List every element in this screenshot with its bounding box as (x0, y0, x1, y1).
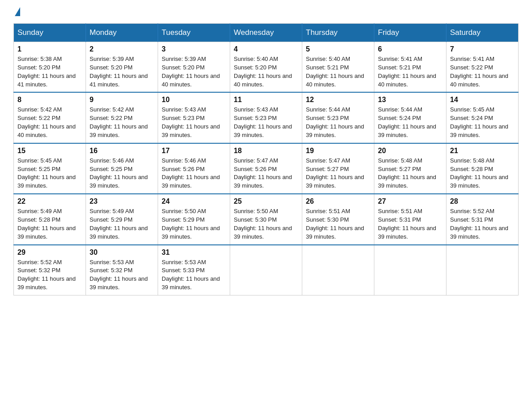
cell-info: Sunrise: 5:53 AMSunset: 5:33 PMDaylight:… (162, 258, 226, 292)
day-number: 24 (162, 197, 226, 206)
day-number: 28 (450, 197, 515, 206)
calendar-cell: 5Sunrise: 5:40 AMSunset: 5:21 PMDaylight… (302, 42, 374, 93)
days-header-row: SundayMondayTuesdayWednesdayThursdayFrid… (14, 24, 519, 42)
calendar-cell (374, 245, 446, 295)
calendar-cell: 2Sunrise: 5:39 AMSunset: 5:20 PMDaylight… (86, 42, 158, 93)
day-number: 8 (17, 96, 82, 104)
day-number: 29 (17, 248, 82, 257)
day-number: 18 (234, 147, 298, 155)
calendar-cell: 6Sunrise: 5:41 AMSunset: 5:21 PMDaylight… (374, 42, 446, 93)
day-header-friday: Friday (374, 24, 446, 42)
cell-info: Sunrise: 5:49 AMSunset: 5:29 PMDaylight:… (90, 207, 154, 241)
cell-info: Sunrise: 5:43 AMSunset: 5:23 PMDaylight:… (234, 106, 298, 139)
calendar-cell: 27Sunrise: 5:51 AMSunset: 5:31 PMDayligh… (374, 194, 446, 244)
day-number: 9 (90, 96, 154, 104)
calendar-cell: 7Sunrise: 5:41 AMSunset: 5:22 PMDaylight… (446, 42, 519, 93)
cell-info: Sunrise: 5:40 AMSunset: 5:20 PMDaylight:… (234, 55, 298, 89)
cell-info: Sunrise: 5:48 AMSunset: 5:28 PMDaylight:… (450, 157, 515, 190)
calendar-week-row: 29Sunrise: 5:52 AMSunset: 5:32 PMDayligh… (14, 245, 519, 295)
cell-info: Sunrise: 5:45 AMSunset: 5:24 PMDaylight:… (450, 106, 515, 139)
day-number: 19 (306, 147, 370, 155)
calendar-cell: 15Sunrise: 5:45 AMSunset: 5:25 PMDayligh… (14, 143, 86, 194)
cell-info: Sunrise: 5:53 AMSunset: 5:32 PMDaylight:… (90, 258, 154, 292)
day-number: 7 (450, 45, 515, 53)
calendar-cell: 18Sunrise: 5:47 AMSunset: 5:26 PMDayligh… (230, 143, 302, 194)
day-number: 5 (306, 45, 370, 53)
calendar-week-row: 1Sunrise: 5:38 AMSunset: 5:20 PMDaylight… (14, 42, 519, 93)
cell-info: Sunrise: 5:43 AMSunset: 5:23 PMDaylight:… (162, 106, 226, 139)
day-number: 25 (234, 197, 298, 206)
day-number: 17 (162, 147, 226, 155)
cell-info: Sunrise: 5:50 AMSunset: 5:30 PMDaylight:… (234, 207, 298, 241)
calendar-cell: 16Sunrise: 5:46 AMSunset: 5:25 PMDayligh… (86, 143, 158, 194)
cell-info: Sunrise: 5:46 AMSunset: 5:26 PMDaylight:… (162, 157, 226, 190)
cell-info: Sunrise: 5:45 AMSunset: 5:25 PMDaylight:… (17, 157, 82, 190)
calendar-cell: 13Sunrise: 5:44 AMSunset: 5:24 PMDayligh… (374, 92, 446, 143)
day-number: 3 (162, 45, 226, 53)
calendar-cell: 21Sunrise: 5:48 AMSunset: 5:28 PMDayligh… (446, 143, 519, 194)
calendar-cell: 14Sunrise: 5:45 AMSunset: 5:24 PMDayligh… (446, 92, 519, 143)
calendar-week-row: 15Sunrise: 5:45 AMSunset: 5:25 PMDayligh… (14, 143, 519, 194)
calendar-cell: 1Sunrise: 5:38 AMSunset: 5:20 PMDaylight… (14, 42, 86, 93)
calendar-cell: 23Sunrise: 5:49 AMSunset: 5:29 PMDayligh… (86, 194, 158, 244)
cell-info: Sunrise: 5:52 AMSunset: 5:32 PMDaylight:… (17, 258, 82, 292)
cell-info: Sunrise: 5:39 AMSunset: 5:20 PMDaylight:… (90, 55, 154, 89)
day-number: 22 (17, 197, 82, 206)
cell-info: Sunrise: 5:42 AMSunset: 5:22 PMDaylight:… (90, 106, 154, 139)
day-number: 15 (17, 147, 82, 155)
day-number: 26 (306, 197, 370, 206)
day-number: 12 (306, 96, 370, 104)
calendar-cell: 29Sunrise: 5:52 AMSunset: 5:32 PMDayligh… (14, 245, 86, 295)
cell-info: Sunrise: 5:41 AMSunset: 5:21 PMDaylight:… (378, 55, 442, 89)
calendar-cell: 20Sunrise: 5:48 AMSunset: 5:27 PMDayligh… (374, 143, 446, 194)
cell-info: Sunrise: 5:42 AMSunset: 5:22 PMDaylight:… (17, 106, 82, 139)
cell-info: Sunrise: 5:47 AMSunset: 5:27 PMDaylight:… (306, 157, 370, 190)
calendar-cell: 30Sunrise: 5:53 AMSunset: 5:32 PMDayligh… (86, 245, 158, 295)
cell-info: Sunrise: 5:49 AMSunset: 5:28 PMDaylight:… (17, 207, 82, 241)
cell-info: Sunrise: 5:50 AMSunset: 5:29 PMDaylight:… (162, 207, 226, 241)
day-number: 14 (450, 96, 515, 104)
cell-info: Sunrise: 5:51 AMSunset: 5:31 PMDaylight:… (378, 207, 442, 241)
cell-info: Sunrise: 5:40 AMSunset: 5:21 PMDaylight:… (306, 55, 370, 89)
calendar-week-row: 22Sunrise: 5:49 AMSunset: 5:28 PMDayligh… (14, 194, 519, 244)
calendar-cell: 19Sunrise: 5:47 AMSunset: 5:27 PMDayligh… (302, 143, 374, 194)
cell-info: Sunrise: 5:46 AMSunset: 5:25 PMDaylight:… (90, 157, 154, 190)
calendar-cell: 8Sunrise: 5:42 AMSunset: 5:22 PMDaylight… (14, 92, 86, 143)
cell-info: Sunrise: 5:44 AMSunset: 5:23 PMDaylight:… (306, 106, 370, 139)
cell-info: Sunrise: 5:39 AMSunset: 5:20 PMDaylight:… (162, 55, 226, 89)
day-header-monday: Monday (86, 24, 158, 42)
cell-info: Sunrise: 5:44 AMSunset: 5:24 PMDaylight:… (378, 106, 442, 139)
day-header-saturday: Saturday (446, 24, 519, 42)
header (13, 9, 519, 15)
day-number: 27 (378, 197, 442, 206)
day-number: 13 (378, 96, 442, 104)
calendar-cell: 28Sunrise: 5:52 AMSunset: 5:31 PMDayligh… (446, 194, 519, 244)
calendar-cell (302, 245, 374, 295)
day-number: 6 (378, 45, 442, 53)
day-header-tuesday: Tuesday (158, 24, 230, 42)
cell-info: Sunrise: 5:51 AMSunset: 5:30 PMDaylight:… (306, 207, 370, 241)
day-header-sunday: Sunday (14, 24, 86, 42)
calendar-table: SundayMondayTuesdayWednesdayThursdayFrid… (13, 23, 519, 295)
calendar-cell: 22Sunrise: 5:49 AMSunset: 5:28 PMDayligh… (14, 194, 86, 244)
cell-info: Sunrise: 5:47 AMSunset: 5:26 PMDaylight:… (234, 157, 298, 190)
day-number: 16 (90, 147, 154, 155)
calendar-cell: 11Sunrise: 5:43 AMSunset: 5:23 PMDayligh… (230, 92, 302, 143)
cell-info: Sunrise: 5:41 AMSunset: 5:22 PMDaylight:… (450, 55, 515, 89)
day-number: 11 (234, 96, 298, 104)
day-number: 23 (90, 197, 154, 206)
day-number: 30 (90, 248, 154, 257)
calendar-cell (446, 245, 519, 295)
day-header-thursday: Thursday (302, 24, 374, 42)
day-number: 4 (234, 45, 298, 53)
calendar-cell: 3Sunrise: 5:39 AMSunset: 5:20 PMDaylight… (158, 42, 230, 93)
cell-info: Sunrise: 5:48 AMSunset: 5:27 PMDaylight:… (378, 157, 442, 190)
calendar-cell: 9Sunrise: 5:42 AMSunset: 5:22 PMDaylight… (86, 92, 158, 143)
logo (13, 9, 20, 15)
day-number: 31 (162, 248, 226, 257)
day-number: 2 (90, 45, 154, 53)
calendar-cell: 25Sunrise: 5:50 AMSunset: 5:30 PMDayligh… (230, 194, 302, 244)
calendar-cell: 12Sunrise: 5:44 AMSunset: 5:23 PMDayligh… (302, 92, 374, 143)
day-number: 20 (378, 147, 442, 155)
calendar-cell: 10Sunrise: 5:43 AMSunset: 5:23 PMDayligh… (158, 92, 230, 143)
